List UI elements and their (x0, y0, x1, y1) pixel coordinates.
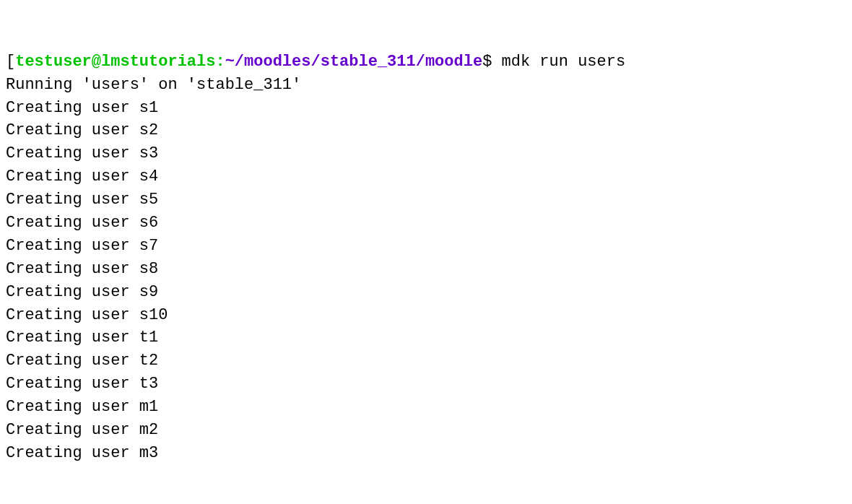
output-line: Creating user m1 (6, 396, 846, 419)
output-line: Creating user s6 (6, 212, 846, 235)
output-line: Creating user s10 (6, 304, 846, 327)
terminal-window[interactable]: [testuser@lmstutorials:~/moodles/stable_… (6, 4, 846, 488)
output-line: Creating user s8 (6, 258, 846, 281)
output-line: Creating user s2 (6, 119, 846, 142)
output-line: Creating user t2 (6, 349, 846, 373)
command-input: mdk run users (502, 53, 626, 71)
prompt-dollar: $ (482, 53, 501, 71)
output-line: Creating user s4 (6, 165, 846, 188)
output-line: Creating user s5 (6, 188, 846, 212)
output-line: Creating user s9 (6, 281, 846, 304)
current-path: ~/moodles/stable_311/moodle (225, 53, 482, 71)
output-line: Creating user t3 (6, 373, 846, 396)
output-line: Creating user t1 (6, 326, 846, 349)
output-line: Creating user s1 (6, 97, 846, 120)
prompt-line: [testuser@lmstutorials:~/moodles/stable_… (6, 51, 846, 74)
output-line: Creating user s7 (6, 235, 846, 258)
user-host: testuser@lmstutorials (15, 53, 215, 71)
prompt-colon: : (215, 53, 225, 71)
output-line: Creating user m3 (6, 442, 846, 465)
bracket-open: [ (6, 53, 15, 71)
output-line: Running 'users' on 'stable_311' (6, 74, 846, 97)
output-line: Creating user m2 (6, 419, 846, 442)
output-line: Creating user s3 (6, 142, 846, 165)
